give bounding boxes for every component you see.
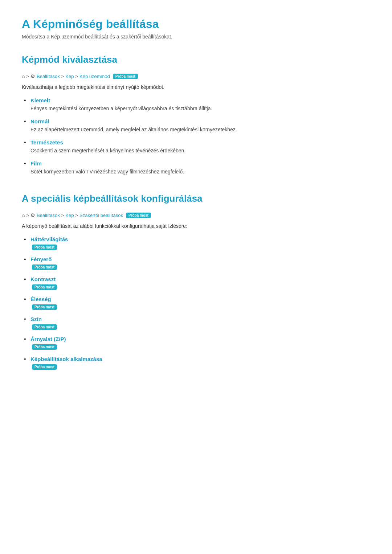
crumb2-kep[interactable]: Kép bbox=[65, 213, 74, 218]
section-specialis: A speciális képbeállítások konfigurálása… bbox=[22, 193, 370, 370]
item-title-fenyer: Fényerő bbox=[30, 256, 370, 262]
item-title-normal: Normál bbox=[30, 118, 370, 124]
list-item-kepbeallitasok: Képbeállítások alkalmazása Próba most bbox=[22, 356, 370, 370]
home-icon: ⌂ bbox=[22, 73, 25, 79]
item-title-hattervilagitas: Háttérvilágítás bbox=[30, 236, 370, 242]
breadcrumb-section2: ⌂ > ⚙ Beállítások > Kép > Szakértői beál… bbox=[22, 212, 370, 218]
section2-intro: A képernyő beállítását az alábbi funkció… bbox=[22, 223, 370, 229]
section1-intro: Kiválaszthatja a legjobb megtekintési él… bbox=[22, 84, 370, 90]
crumb-kepuzemmod: Kép üzemmód bbox=[79, 74, 110, 79]
separator4: > bbox=[26, 213, 29, 218]
item-title-kontraszt: Kontraszt bbox=[30, 276, 370, 282]
proba-badge-kepbeallitasok[interactable]: Próba most bbox=[32, 364, 57, 370]
list-item-arnyalat: Árnyalat (Z/P) Próba most bbox=[22, 336, 370, 350]
page-subtitle: Módosítsa a Kép üzemmód beállítását és a… bbox=[22, 34, 370, 40]
proba-badge-elesseg[interactable]: Próba most bbox=[32, 304, 57, 310]
list-item-fenyer: Fényerő Próba most bbox=[22, 256, 370, 270]
separator5: > bbox=[61, 213, 64, 218]
separator2: > bbox=[61, 74, 64, 79]
list-item-szin: Szín Próba most bbox=[22, 316, 370, 330]
separator1: > bbox=[26, 74, 29, 79]
item-desc-normal: Ez az alapértelmezett üzemmód, amely meg… bbox=[30, 127, 237, 132]
separator3: > bbox=[75, 74, 78, 79]
item-title-elesseg: Élesség bbox=[30, 296, 370, 302]
item-title-kepbeallitasok: Képbeállítások alkalmazása bbox=[30, 356, 370, 362]
gear-icon-2: ⚙ bbox=[30, 212, 35, 218]
proba-badge-1[interactable]: Próba most bbox=[113, 74, 138, 79]
crumb-kep[interactable]: Kép bbox=[65, 74, 74, 79]
section2-title: A speciális képbeállítások konfigurálása bbox=[22, 193, 370, 206]
item-title-film: Film bbox=[30, 160, 370, 167]
page-title: A Képminőség beállítása bbox=[22, 17, 370, 31]
item-desc-termeszetes: Csökkenti a szem megterhelését a kényelm… bbox=[30, 148, 185, 153]
proba-badge-2[interactable]: Próba most bbox=[126, 213, 151, 218]
item-title-szin: Szín bbox=[30, 316, 370, 322]
item-desc-kiemelt: Fényes megtekintési környezetben a képer… bbox=[30, 106, 212, 111]
list-item-kontraszt: Kontraszt Próba most bbox=[22, 276, 370, 290]
list-item-kiemelt: Kiemelt Fényes megtekintési környezetben… bbox=[22, 97, 370, 112]
proba-badge-hattervilagitas[interactable]: Próba most bbox=[32, 245, 57, 250]
item-title-kiemelt: Kiemelt bbox=[30, 97, 370, 103]
list-item-normal: Normál Ez az alapértelmezett üzemmód, am… bbox=[22, 118, 370, 134]
home-icon-2: ⌂ bbox=[22, 212, 25, 218]
breadcrumb-section1: ⌂ > ⚙ Beállítások > Kép > Kép üzemmód Pr… bbox=[22, 73, 370, 79]
kepmod-list: Kiemelt Fényes megtekintési környezetben… bbox=[22, 97, 370, 176]
proba-badge-fenyer[interactable]: Próba most bbox=[32, 264, 57, 270]
list-item-hattervilagitas: Háttérvilágítás Próba most bbox=[22, 236, 370, 250]
crumb-settings[interactable]: Beállítások bbox=[37, 74, 60, 79]
crumb2-szakertoi: Szakértői beállítások bbox=[79, 213, 123, 218]
gear-icon: ⚙ bbox=[30, 73, 35, 79]
crumb2-settings[interactable]: Beállítások bbox=[37, 213, 60, 218]
proba-badge-arnyalat[interactable]: Próba most bbox=[32, 344, 57, 350]
list-item-termeszetes: Természetes Csökkenti a szem megterhelés… bbox=[22, 139, 370, 155]
item-title-arnyalat: Árnyalat (Z/P) bbox=[30, 336, 370, 342]
proba-badge-kontraszt[interactable]: Próba most bbox=[32, 284, 57, 290]
item-title-termeszetes: Természetes bbox=[30, 139, 370, 145]
list-item-elesseg: Élesség Próba most bbox=[22, 296, 370, 310]
section1-title: Képmód kiválasztása bbox=[22, 54, 370, 67]
specialis-list: Háttérvilágítás Próba most Fényerő Próba… bbox=[22, 236, 370, 370]
proba-badge-szin[interactable]: Próba most bbox=[32, 324, 57, 330]
section-imagequality: Képmód kiválasztása ⌂ > ⚙ Beállítások > … bbox=[22, 54, 370, 176]
separator6: > bbox=[75, 213, 78, 218]
item-desc-film: Sötét környezetben való TV-nézéshez vagy… bbox=[30, 169, 184, 175]
list-item-film: Film Sötét környezetben való TV-nézéshez… bbox=[22, 160, 370, 176]
